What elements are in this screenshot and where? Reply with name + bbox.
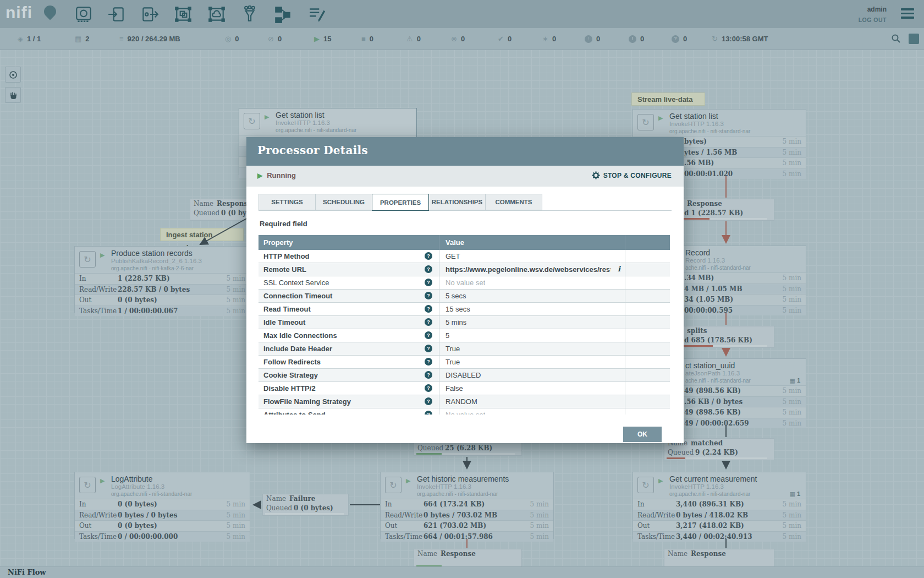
processor-icon: ↻ bbox=[385, 477, 402, 493]
property-row[interactable]: Remote URL? https://www.pegelonline.wsv.… bbox=[258, 263, 670, 276]
status-stopped: ■0 bbox=[361, 28, 373, 50]
tab-properties[interactable]: PROPERTIES bbox=[372, 194, 429, 211]
running-icon: ▶ bbox=[406, 477, 410, 484]
required-field-note: Required field bbox=[260, 220, 307, 228]
drag-input-port-icon[interactable] bbox=[107, 5, 126, 24]
status-disabled: ⊗0 bbox=[451, 28, 465, 50]
help-icon[interactable]: ? bbox=[425, 279, 432, 286]
global-menu-icon[interactable] bbox=[901, 8, 914, 19]
property-row[interactable]: SSL Context Service? No value set bbox=[258, 276, 670, 290]
connection-label-failure[interactable]: NameFailure Queued0 (0 bytes) bbox=[262, 494, 349, 516]
processor-get-current-measurement[interactable]: ↻ ▶ Get current measurement InvokeHTTP 1… bbox=[632, 472, 806, 539]
status-sync-failure: ?0 bbox=[672, 28, 687, 50]
dialog-header: Processor Details bbox=[246, 137, 684, 166]
property-row[interactable]: Idle Timeout? 5 mins bbox=[258, 316, 670, 329]
thread-count-badge: ▦1 bbox=[789, 490, 800, 498]
processor-icon: ↻ bbox=[637, 477, 654, 493]
drag-output-port-icon[interactable] bbox=[140, 5, 159, 24]
help-icon[interactable]: ? bbox=[425, 358, 432, 366]
property-row[interactable]: HTTP Method? GET bbox=[258, 250, 670, 263]
canvas-label-stream-live-data[interactable]: Stream live-data bbox=[631, 92, 705, 106]
running-icon: ▶ bbox=[100, 252, 105, 259]
help-icon[interactable]: ? bbox=[425, 397, 432, 405]
status-threads: ▦2 bbox=[75, 28, 90, 50]
help-icon[interactable]: ? bbox=[425, 331, 432, 339]
property-row[interactable]: Connection Timeout? 5 secs bbox=[258, 290, 670, 303]
properties-table-header: Property Value bbox=[258, 235, 670, 250]
help-icon[interactable]: ? bbox=[425, 305, 432, 313]
canvas-tool-toggle[interactable] bbox=[909, 34, 919, 44]
running-icon: ▶ bbox=[257, 172, 262, 179]
property-row[interactable]: Follow Redirects? True bbox=[258, 356, 670, 369]
running-icon: ▶ bbox=[658, 477, 663, 484]
current-user: admin bbox=[867, 6, 887, 13]
stopped-icon: ■ bbox=[361, 35, 366, 43]
drag-template-icon[interactable] bbox=[273, 5, 292, 24]
drag-process-group-icon[interactable] bbox=[174, 5, 193, 24]
flow-status-bar: ◈1 / 1 ▦2 ≡920 / 264.29 MB ◎0 ⊘0 ▶15 ■0 … bbox=[0, 28, 924, 50]
status-cluster: ◈1 / 1 bbox=[18, 28, 41, 50]
tabs-divider bbox=[258, 210, 672, 211]
drag-processor-icon[interactable] bbox=[74, 5, 93, 24]
property-row[interactable]: Cookie Strategy? DISABLED bbox=[258, 369, 670, 382]
stop-and-configure-button[interactable]: STOP & CONFIGURE bbox=[592, 171, 672, 179]
tab-settings[interactable]: SETTINGS bbox=[258, 194, 316, 210]
processor-icon: ↻ bbox=[244, 113, 260, 129]
logout-link[interactable]: LOG OUT bbox=[859, 17, 887, 23]
processor-icon: ↻ bbox=[79, 251, 96, 268]
help-icon[interactable]: ? bbox=[425, 411, 432, 415]
help-icon[interactable]: ? bbox=[425, 345, 432, 352]
not-transmitting-icon: ⊘ bbox=[268, 35, 274, 43]
stale-icon: ↑ bbox=[585, 35, 592, 43]
running-icon: ▶ bbox=[265, 113, 269, 121]
running-icon: ▶ bbox=[100, 477, 105, 484]
help-icon[interactable]: ? bbox=[425, 265, 432, 273]
help-icon[interactable]: ? bbox=[425, 318, 432, 326]
drag-label-icon[interactable] bbox=[307, 5, 326, 24]
nifi-drop-icon bbox=[41, 3, 58, 20]
status-invalid: ⚠0 bbox=[406, 28, 421, 50]
running-icon: ▶ bbox=[314, 35, 320, 43]
help-icon[interactable]: ? bbox=[425, 252, 432, 260]
invalid-icon: ⚠ bbox=[406, 35, 413, 43]
help-icon[interactable]: ? bbox=[425, 371, 432, 379]
breadcrumb[interactable]: NiFi Flow bbox=[8, 568, 46, 576]
dialog-title: Processor Details bbox=[257, 144, 368, 157]
disabled-icon: ⊗ bbox=[451, 35, 457, 43]
nifi-app: Stream live-data Ingest station records … bbox=[0, 0, 924, 578]
property-row[interactable]: Include Date Header? True bbox=[258, 342, 670, 356]
status-running: ▶15 bbox=[314, 28, 331, 50]
locally-modified-stale-icon: ! bbox=[629, 35, 636, 43]
operate-palette-button[interactable] bbox=[5, 87, 21, 103]
navigate-palette-button[interactable] bbox=[5, 67, 21, 83]
property-row[interactable]: Attributes to Send? No value set bbox=[258, 408, 670, 415]
canvas-label-ingest-station-records[interactable]: Ingest station records bbox=[160, 228, 244, 241]
dialog-tabs: SETTINGS SCHEDULING PROPERTIES RELATIONS… bbox=[258, 194, 542, 211]
queue-progress-bar bbox=[416, 453, 442, 455]
processor-logattribute[interactable]: ↻ ▶ LogAttribute LogAttribute 1.16.3 org… bbox=[74, 472, 250, 539]
drag-remote-process-group-icon[interactable] bbox=[207, 5, 226, 24]
processor-get-historic-measurements[interactable]: ↻ ▶ Get historic measurements InvokeHTTP… bbox=[380, 472, 554, 539]
property-row[interactable]: Disable HTTP/2? False bbox=[258, 382, 670, 395]
help-icon[interactable]: ? bbox=[425, 292, 432, 299]
tab-comments[interactable]: COMMENTS bbox=[485, 194, 542, 210]
search-icon[interactable] bbox=[891, 34, 901, 43]
queue-progress-bar bbox=[681, 218, 710, 220]
breadcrumb-bar: NiFi Flow bbox=[0, 566, 924, 578]
ok-button[interactable]: OK bbox=[623, 427, 662, 442]
locally-modified-icon: ∗ bbox=[542, 35, 548, 43]
status-locally-modified-stale: !0 bbox=[629, 28, 644, 50]
queued-icon: ≡ bbox=[119, 35, 124, 43]
help-icon[interactable]: ? bbox=[425, 384, 432, 392]
property-row[interactable]: Read Timeout? 15 secs bbox=[258, 303, 670, 316]
processor-produce-station-records[interactable]: ↻ ▶ Produce station records PublishKafka… bbox=[74, 246, 250, 313]
processor-run-status: ▶Running bbox=[257, 171, 296, 179]
drag-funnel-icon[interactable] bbox=[240, 5, 259, 24]
birdseye-icon bbox=[8, 70, 18, 80]
property-row[interactable]: Max Idle Connections? 5 bbox=[258, 329, 670, 342]
nifi-logo: nifi bbox=[6, 3, 32, 22]
property-row[interactable]: FlowFile Naming Strategy? RANDOM bbox=[258, 395, 670, 408]
tab-scheduling[interactable]: SCHEDULING bbox=[315, 194, 372, 210]
tab-relationships[interactable]: RELATIONSHIPS bbox=[428, 194, 486, 210]
info-icon[interactable]: i bbox=[618, 265, 620, 273]
